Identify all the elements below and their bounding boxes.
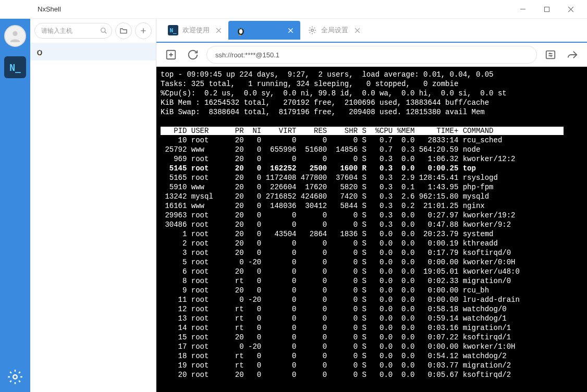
- svg-point-4: [101, 28, 105, 32]
- folder-button[interactable]: [115, 22, 132, 39]
- host-list-item[interactable]: [30, 43, 156, 60]
- svg-point-3: [13, 375, 17, 379]
- minimize-icon: [520, 9, 525, 9]
- svg-rect-15: [546, 51, 555, 59]
- svg-rect-0: [520, 9, 525, 9]
- plus-square-icon: [165, 49, 177, 60]
- host-search-input[interactable]: 请输入主机: [34, 23, 112, 39]
- tab-label: 欢迎使用: [182, 26, 210, 35]
- minimize-button[interactable]: [511, 0, 535, 19]
- close-icon: [355, 28, 360, 33]
- close-icon: [216, 28, 221, 33]
- app-logo-icon: N_: [168, 25, 178, 35]
- window-controls: [511, 0, 583, 19]
- transfer-icon: [545, 49, 556, 60]
- tab-welcome[interactable]: N_ 欢迎使用: [161, 21, 228, 40]
- folder-icon: [119, 27, 128, 35]
- address-text: ssh://root:****@150.1: [215, 51, 279, 59]
- arrow-forward-icon: [567, 49, 578, 60]
- svg-point-6: [38, 51, 41, 55]
- window-title: NxShell: [38, 5, 511, 13]
- titlebar: NxShell: [0, 0, 587, 19]
- activity-bar: N_: [0, 19, 30, 392]
- avatar[interactable]: [4, 25, 26, 47]
- tab-close-button[interactable]: [352, 26, 362, 35]
- close-icon: [568, 7, 573, 12]
- maximize-button[interactable]: [535, 0, 559, 19]
- svg-point-13: [311, 29, 314, 32]
- settings-button[interactable]: [4, 366, 26, 388]
- svg-point-2: [13, 31, 17, 36]
- close-button[interactable]: [559, 0, 583, 19]
- session-toolbar: ssh://root:****@150.1: [156, 43, 587, 67]
- reload-icon: [187, 49, 199, 60]
- new-tab-button[interactable]: [163, 46, 179, 63]
- add-host-button[interactable]: [135, 22, 152, 39]
- terminal-output[interactable]: top - 09:09:45 up 224 days, 9:27, 2 user…: [156, 67, 587, 392]
- reload-button[interactable]: [185, 46, 201, 63]
- search-placeholder: 请输入主机: [41, 27, 72, 35]
- tab-close-button[interactable]: [286, 26, 295, 35]
- search-icon: [100, 27, 107, 34]
- content-area: N_ 欢迎使用 全局设置 ssh://root: [156, 19, 587, 392]
- tab-bar: N_ 欢迎使用 全局设置: [156, 19, 587, 43]
- address-bar[interactable]: ssh://root:****@150.1: [206, 46, 537, 64]
- svg-point-10: [239, 29, 243, 33]
- app-logo-icon[interactable]: N_: [4, 56, 26, 78]
- svg-point-12: [241, 29, 242, 30]
- forward-button[interactable]: [564, 46, 581, 63]
- gear-icon: [7, 369, 23, 385]
- svg-point-7: [39, 50, 39, 51]
- tab-close-button[interactable]: [214, 26, 223, 35]
- tab-global-settings[interactable]: 全局设置: [300, 21, 367, 40]
- tab-session[interactable]: [228, 21, 300, 40]
- close-icon: [288, 28, 293, 33]
- linux-icon: [236, 25, 246, 35]
- svg-point-11: [240, 29, 241, 30]
- gear-icon: [308, 26, 317, 35]
- host-panel: 请输入主机: [30, 19, 156, 392]
- linux-icon: [35, 47, 44, 56]
- host-panel-toolbar: 请输入主机: [30, 19, 156, 43]
- plus-icon: [140, 27, 147, 34]
- svg-point-8: [40, 50, 41, 51]
- tab-label: 全局设置: [321, 26, 348, 35]
- svg-rect-1: [545, 7, 549, 11]
- user-icon: [8, 29, 22, 43]
- transfer-button[interactable]: [542, 46, 559, 63]
- maximize-icon: [544, 7, 549, 12]
